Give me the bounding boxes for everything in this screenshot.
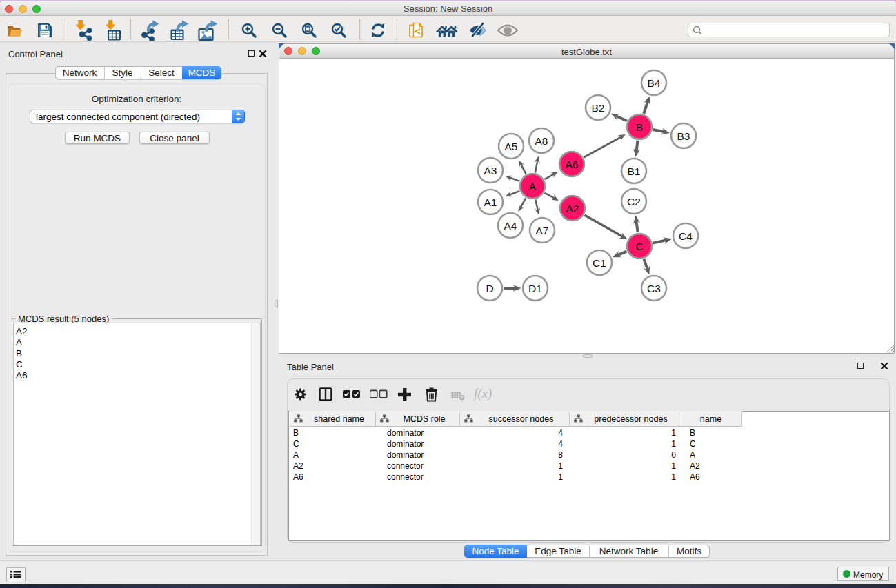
svg-text:A7: A7	[536, 225, 549, 236]
svg-text:C2: C2	[627, 196, 641, 207]
svg-text:A2: A2	[566, 203, 579, 214]
svg-text:B4: B4	[648, 77, 661, 89]
svg-text:C3: C3	[647, 283, 661, 294]
svg-text:A1: A1	[484, 196, 497, 208]
svg-text:A5: A5	[505, 141, 518, 152]
svg-text:A4: A4	[504, 220, 517, 232]
svg-text:B3: B3	[677, 130, 690, 142]
svg-text:C1: C1	[593, 257, 606, 269]
svg-text:B1: B1	[628, 165, 641, 177]
svg-text:A3: A3	[484, 165, 497, 176]
svg-text:B2: B2	[592, 102, 605, 114]
svg-text:D1: D1	[528, 283, 542, 294]
svg-text:A8: A8	[535, 135, 548, 147]
svg-text:D: D	[486, 283, 493, 294]
svg-text:B: B	[636, 121, 643, 133]
svg-text:A6: A6	[566, 159, 579, 170]
svg-text:C: C	[635, 241, 643, 252]
svg-text:A: A	[529, 181, 537, 192]
svg-text:C4: C4	[679, 230, 693, 242]
